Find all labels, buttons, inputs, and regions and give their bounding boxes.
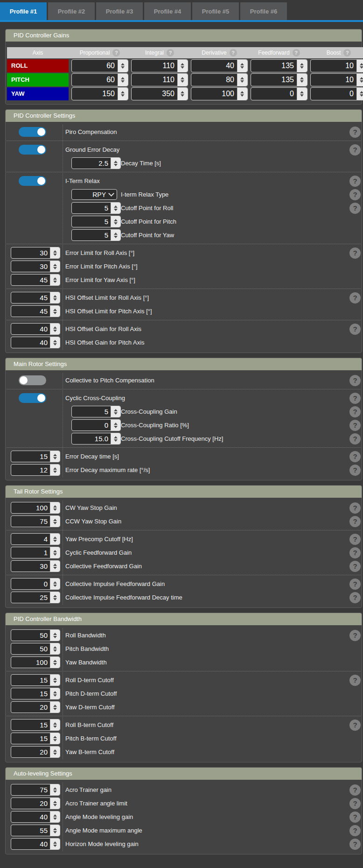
tab-profile-3[interactable]: Profile #3 [96, 2, 143, 20]
spinner[interactable] [177, 88, 188, 100]
help-icon[interactable]: ? [343, 49, 351, 56]
spinner[interactable] [50, 592, 60, 603]
help-icon[interactable]: ? [349, 324, 361, 335]
spinner[interactable] [50, 547, 60, 558]
pitch-dterm-cutoff-input[interactable]: 15 [11, 688, 60, 699]
i-term-relax-toggle[interactable] [19, 176, 46, 186]
roll-i-input[interactable]: 110 [131, 59, 188, 72]
spinner[interactable] [50, 747, 60, 757]
spinner[interactable] [118, 60, 128, 72]
help-icon[interactable]: ? [349, 176, 361, 187]
yaw-ff-input[interactable]: 0 [251, 87, 307, 100]
spinner[interactable] [50, 261, 60, 272]
spinner[interactable] [297, 88, 307, 100]
help-icon[interactable]: ? [349, 579, 361, 590]
help-icon[interactable]: ? [349, 547, 361, 558]
spinner[interactable] [50, 502, 60, 513]
help-icon[interactable]: ? [349, 203, 361, 214]
pitch-boost-input[interactable]: 10 [310, 73, 363, 86]
angle-mode-leveling-gain-input[interactable]: 40 [11, 811, 60, 823]
spinner[interactable] [297, 60, 307, 72]
error-decay-time-input[interactable]: 15 [11, 451, 60, 462]
spinner[interactable] [356, 60, 363, 72]
hsi-offset-limit-pitch-input[interactable]: 45 [11, 305, 60, 317]
spinner[interactable] [297, 74, 307, 86]
spinner[interactable] [177, 74, 188, 86]
spinner[interactable] [50, 247, 60, 258]
help-icon[interactable]: ? [349, 420, 361, 431]
help-icon[interactable]: ? [293, 49, 300, 56]
cross-coupling-cutoff-input[interactable]: 15.0 [71, 433, 121, 445]
spinner[interactable] [50, 702, 60, 713]
spinner[interactable] [50, 798, 60, 809]
spinner[interactable] [177, 60, 188, 72]
cutoff-roll-input[interactable]: 5 [71, 202, 121, 214]
ground-error-decay-toggle[interactable] [19, 145, 46, 155]
yaw-bterm-cutoff-input[interactable]: 20 [11, 746, 60, 758]
pitch-d-input[interactable]: 80 [191, 73, 248, 86]
help-icon[interactable]: ? [230, 49, 237, 56]
help-icon[interactable]: ? [349, 433, 361, 445]
yaw-bandwidth-input[interactable]: 100 [11, 656, 60, 668]
help-icon[interactable]: ? [349, 189, 361, 200]
error-limit-yaw-input[interactable]: 45 [11, 274, 60, 286]
help-icon[interactable]: ? [349, 247, 361, 259]
spinner[interactable] [237, 74, 247, 86]
collective-pitch-compensation-toggle[interactable] [19, 375, 46, 385]
spinner[interactable] [50, 643, 60, 654]
hsi-offset-gain-pitch-input[interactable]: 40 [11, 337, 60, 348]
acro-trainer-gain-input[interactable]: 75 [11, 784, 60, 796]
spinner[interactable] [50, 675, 60, 685]
spinner[interactable] [50, 825, 60, 836]
yaw-d-input[interactable]: 100 [191, 87, 248, 100]
spinner[interactable] [50, 561, 60, 572]
spinner[interactable] [111, 230, 120, 240]
spinner[interactable] [50, 324, 60, 334]
spinner[interactable] [118, 74, 128, 86]
spinner[interactable] [356, 88, 363, 100]
spinner[interactable] [50, 337, 60, 348]
spinner[interactable] [50, 292, 60, 303]
hsi-offset-gain-roll-input[interactable]: 40 [11, 323, 60, 335]
spinner[interactable] [118, 88, 128, 100]
pitch-i-input[interactable]: 110 [131, 73, 188, 86]
spinner[interactable] [111, 406, 120, 417]
pitch-bterm-cutoff-input[interactable]: 15 [11, 733, 60, 744]
roll-ff-input[interactable]: 135 [251, 59, 307, 72]
help-icon[interactable]: ? [349, 534, 361, 545]
spinner[interactable] [50, 630, 60, 641]
collective-feedforward-gain-input[interactable]: 30 [11, 560, 60, 572]
help-icon[interactable]: ? [349, 465, 361, 476]
help-icon[interactable]: ? [349, 451, 361, 462]
help-icon[interactable]: ? [349, 825, 361, 836]
help-icon[interactable]: ? [349, 675, 361, 686]
spinner[interactable] [50, 657, 60, 668]
help-icon[interactable]: ? [349, 720, 361, 731]
cw-yaw-stop-gain-input[interactable]: 100 [11, 502, 60, 514]
spinner[interactable] [50, 784, 60, 795]
angle-mode-max-angle-input[interactable]: 55 [11, 825, 60, 836]
spinner[interactable] [111, 203, 120, 213]
spinner[interactable] [237, 88, 247, 100]
spinner[interactable] [50, 720, 60, 730]
ccw-yaw-stop-gain-input[interactable]: 75 [11, 515, 60, 527]
cyclic-cross-coupling-toggle[interactable] [19, 393, 46, 403]
acro-trainer-angle-limit-input[interactable]: 20 [11, 797, 60, 809]
error-decay-max-rate-input[interactable]: 12 [11, 464, 60, 476]
yaw-i-input[interactable]: 350 [131, 87, 188, 100]
help-icon[interactable]: ? [112, 49, 120, 56]
pitch-bandwidth-input[interactable]: 50 [11, 643, 60, 655]
spinner[interactable] [111, 433, 120, 444]
decay-time-input[interactable]: 2.5 [71, 157, 121, 169]
spinner[interactable] [50, 733, 60, 744]
piro-compensation-toggle[interactable] [19, 127, 46, 137]
spinner[interactable] [237, 60, 247, 72]
help-icon[interactable]: ? [349, 561, 361, 572]
roll-p-input[interactable]: 60 [71, 59, 128, 72]
error-limit-roll-input[interactable]: 30 [11, 247, 60, 259]
tab-profile-2[interactable]: Profile #2 [48, 2, 95, 20]
pitch-ff-input[interactable]: 135 [251, 73, 307, 86]
spinner[interactable] [356, 74, 363, 86]
help-icon[interactable]: ? [349, 839, 361, 850]
tab-profile-6[interactable]: Profile #6 [240, 2, 287, 20]
